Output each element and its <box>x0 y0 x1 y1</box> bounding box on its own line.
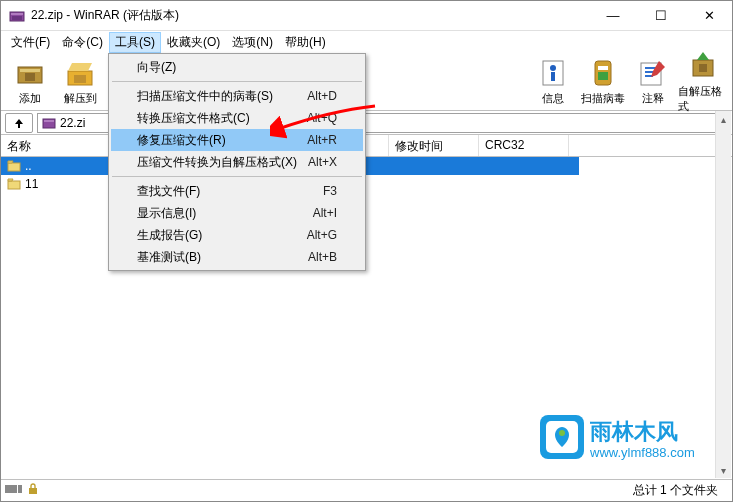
up-button[interactable] <box>5 113 33 133</box>
toolbar-comment-label: 注释 <box>642 91 664 106</box>
folder-up-icon <box>7 159 21 173</box>
menu-wizard[interactable]: 向导(Z) <box>111 56 363 78</box>
app-icon <box>9 8 25 24</box>
status-total: 总计 1 个文件夹 <box>633 482 728 499</box>
svg-rect-28 <box>18 485 22 493</box>
sfx-icon <box>687 50 719 82</box>
svg-point-9 <box>550 65 556 71</box>
list-item-name: 11 <box>25 177 38 191</box>
menu-options[interactable]: 选项(N) <box>226 32 279 53</box>
watermark: 雨林木风 www.ylmf888.com <box>540 415 720 473</box>
svg-rect-22 <box>8 163 20 171</box>
svg-rect-7 <box>74 75 86 83</box>
svg-rect-23 <box>8 181 20 189</box>
watermark-url: www.ylmf888.com <box>589 445 695 460</box>
toolbar-scan-label: 扫描病毒 <box>581 91 625 106</box>
col-crc[interactable]: CRC32 <box>479 135 569 156</box>
menu-commands[interactable]: 命令(C) <box>56 32 109 53</box>
toolbar-info-label: 信息 <box>542 91 564 106</box>
window-title: 22.zip - WinRAR (评估版本) <box>31 7 598 24</box>
svg-rect-1 <box>11 13 23 15</box>
watermark-text: 雨林木风 <box>589 419 678 444</box>
svg-rect-10 <box>551 72 555 81</box>
toolbar-add[interactable]: 添加 <box>5 55 55 109</box>
titlebar: 22.zip - WinRAR (评估版本) — ☐ ✕ <box>1 1 732 31</box>
menu-repair[interactable]: 修复压缩文件(R)Alt+R <box>111 129 363 151</box>
statusbar: 总计 1 个文件夹 <box>1 479 732 501</box>
extract-icon <box>64 57 96 89</box>
toolbar-comment[interactable]: 注释 <box>628 55 678 109</box>
scan-icon <box>587 57 619 89</box>
minimize-button[interactable]: — <box>598 6 628 26</box>
path-text: 22.zi <box>60 116 85 130</box>
status-indicator-icon <box>5 483 23 498</box>
toolbar-sfx-label: 自解压格式 <box>678 84 728 114</box>
svg-rect-19 <box>699 64 707 72</box>
menu-convert-sfx[interactable]: 压缩文件转换为自解压格式(X)Alt+X <box>111 151 363 173</box>
list-item-name: .. <box>25 159 32 173</box>
menu-show-info[interactable]: 显示信息(I)Alt+I <box>111 202 363 224</box>
toolbar-extract-label: 解压到 <box>64 91 97 106</box>
menu-benchmark[interactable]: 基准测试(B)Alt+B <box>111 246 363 268</box>
menu-separator <box>112 81 362 82</box>
svg-rect-2 <box>12 16 22 20</box>
toolbar-extract[interactable]: 解压到 <box>55 55 105 109</box>
toolbar-scan[interactable]: 扫描病毒 <box>578 55 628 109</box>
up-arrow-icon <box>12 117 26 129</box>
svg-rect-29 <box>29 488 37 494</box>
menu-separator <box>112 176 362 177</box>
close-button[interactable]: ✕ <box>694 6 724 26</box>
toolbar-add-label: 添加 <box>19 91 41 106</box>
toolbar-info[interactable]: 信息 <box>528 55 578 109</box>
tools-dropdown: 向导(Z) 扫描压缩文件中的病毒(S)Alt+D 转换压缩文件格式(C)Alt+… <box>108 53 366 271</box>
svg-rect-27 <box>5 485 17 493</box>
menu-favorites[interactable]: 收藏夹(O) <box>161 32 226 53</box>
menu-help[interactable]: 帮助(H) <box>279 32 332 53</box>
svg-rect-4 <box>20 69 40 72</box>
info-icon <box>537 57 569 89</box>
window-controls: — ☐ ✕ <box>598 6 724 26</box>
menu-scan-virus[interactable]: 扫描压缩文件中的病毒(S)Alt+D <box>111 85 363 107</box>
archive-icon <box>42 116 56 130</box>
menu-convert[interactable]: 转换压缩文件格式(C)Alt+Q <box>111 107 363 129</box>
svg-rect-21 <box>44 120 54 122</box>
svg-rect-5 <box>25 73 35 81</box>
svg-point-26 <box>559 430 565 436</box>
col-modified[interactable]: 修改时间 <box>389 135 479 156</box>
menu-report[interactable]: 生成报告(G)Alt+G <box>111 224 363 246</box>
add-icon <box>14 57 46 89</box>
toolbar-sfx[interactable]: 自解压格式 <box>678 55 728 109</box>
menubar: 文件(F) 命令(C) 工具(S) 收藏夹(O) 选项(N) 帮助(H) <box>1 31 732 53</box>
folder-icon <box>7 177 21 191</box>
menu-tools[interactable]: 工具(S) <box>109 32 161 53</box>
comment-icon <box>637 57 669 89</box>
scroll-up-button[interactable]: ▴ <box>716 111 731 127</box>
lock-icon <box>27 483 39 498</box>
svg-rect-12 <box>598 66 608 70</box>
svg-rect-13 <box>598 72 608 80</box>
maximize-button[interactable]: ☐ <box>646 6 676 26</box>
menu-file[interactable]: 文件(F) <box>5 32 56 53</box>
menu-find[interactable]: 查找文件(F)F3 <box>111 180 363 202</box>
